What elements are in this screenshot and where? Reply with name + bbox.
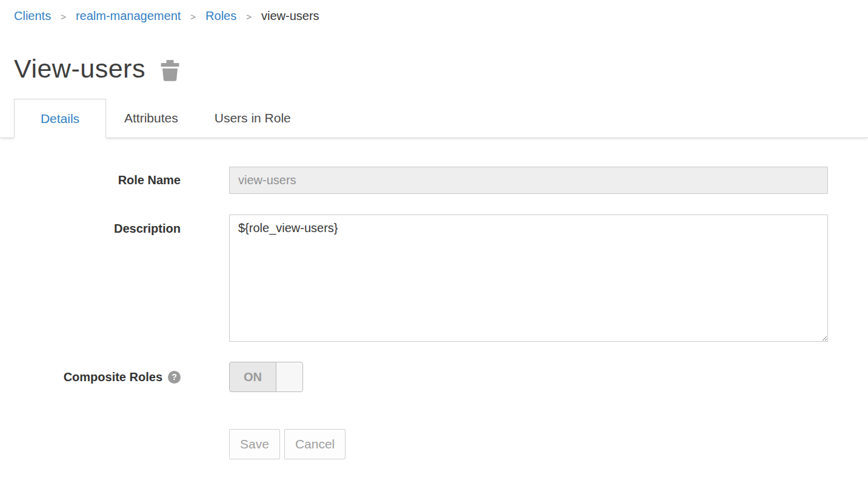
tab-users-in-role[interactable]: Users in Role [196, 99, 309, 138]
role-name-label: Role Name [0, 167, 181, 194]
composite-roles-group: Composite Roles ? ON [0, 362, 868, 392]
composite-roles-toggle[interactable]: ON [229, 362, 303, 392]
breadcrumb-realm-management[interactable]: realm-management [76, 9, 181, 23]
trash-icon [160, 75, 180, 84]
delete-role-button[interactable] [160, 59, 180, 82]
page-header: View-users [14, 56, 868, 82]
composite-roles-label: Composite Roles [64, 370, 162, 384]
description-group: Description ${role_view-users} [0, 215, 868, 342]
cancel-button[interactable]: Cancel [284, 429, 346, 459]
breadcrumb: Clients > realm-management > Roles > vie… [0, 0, 868, 23]
tab-details[interactable]: Details [14, 99, 106, 138]
question-help-icon[interactable]: ? [168, 371, 181, 384]
tab-bar: Details Attributes Users in Role [0, 99, 868, 138]
description-label: Description [0, 215, 181, 342]
chevron-right-icon: > [61, 12, 66, 21]
role-name-input [229, 167, 828, 194]
chevron-right-icon: > [190, 12, 196, 21]
tab-attributes[interactable]: Attributes [106, 99, 196, 138]
role-name-group: Role Name [0, 167, 868, 194]
page-title: View-users [14, 56, 145, 82]
save-button[interactable]: Save [229, 429, 280, 459]
chevron-right-icon: > [246, 12, 252, 21]
breadcrumb-clients[interactable]: Clients [14, 9, 51, 23]
role-details-form: Role Name Description ${role_view-users}… [0, 167, 868, 459]
description-textarea[interactable]: ${role_view-users} [229, 215, 828, 342]
toggle-handle [276, 362, 302, 391]
breadcrumb-current-view-users: view-users [261, 9, 319, 23]
toggle-on-label: ON [230, 362, 276, 391]
breadcrumb-roles[interactable]: Roles [205, 9, 236, 23]
form-actions: Save Cancel [0, 429, 868, 459]
